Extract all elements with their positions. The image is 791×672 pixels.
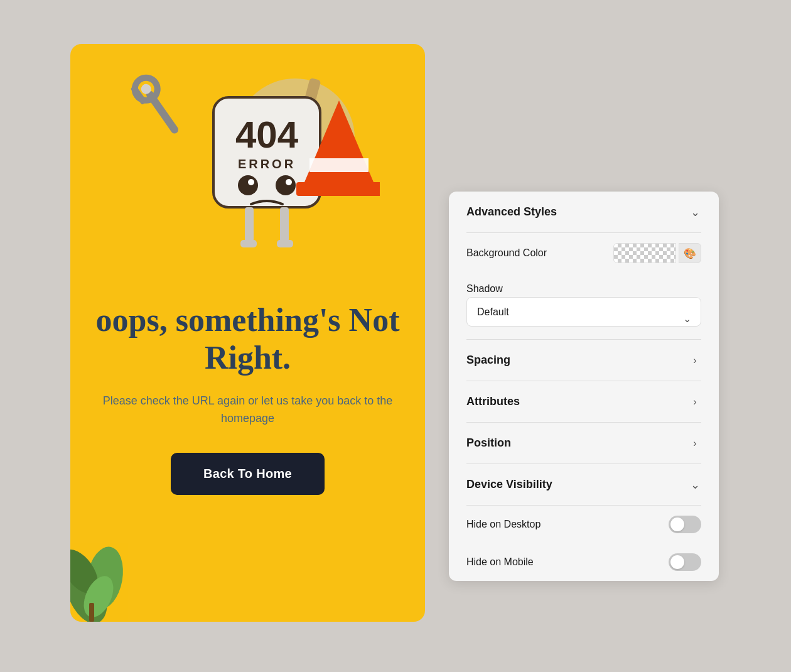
color-picker[interactable]: 🎨	[613, 243, 701, 263]
svg-rect-18	[277, 240, 293, 247]
color-swatch	[613, 243, 676, 263]
attributes-title: Attributes	[466, 395, 520, 408]
advanced-styles-chevron-down-icon: ⌄	[689, 206, 701, 219]
device-visibility-title: Device Visibility	[466, 478, 552, 491]
svg-rect-26	[89, 603, 94, 622]
attributes-header[interactable]: Attributes ›	[449, 381, 719, 422]
device-visibility-chevron-down-icon: ⌄	[689, 479, 701, 491]
error-subtext: Please check the URL again or let us tak…	[70, 392, 425, 428]
left-panel: 404 ERROR	[70, 44, 425, 622]
error-heading: oops, something's Not Right.	[70, 301, 425, 377]
shadow-select[interactable]: Default None Small Medium Large	[466, 297, 701, 327]
advanced-styles-title: Advanced Styles	[466, 205, 557, 219]
background-color-label: Background Color	[466, 247, 547, 259]
background-color-row: Background Color 🎨	[449, 233, 719, 273]
hide-mobile-row: Hide on Mobile	[449, 543, 719, 581]
shadow-row: Shadow	[449, 273, 719, 297]
svg-rect-17	[240, 240, 257, 247]
device-visibility-header[interactable]: Device Visibility ⌄	[449, 464, 719, 505]
hide-mobile-label: Hide on Mobile	[466, 556, 534, 568]
svg-text:404: 404	[235, 114, 298, 156]
svg-rect-16	[280, 207, 289, 242]
svg-point-12	[276, 175, 296, 195]
svg-text:ERROR: ERROR	[237, 157, 295, 171]
svg-rect-21	[296, 182, 380, 196]
hide-desktop-toggle-knob	[670, 518, 684, 531]
svg-point-13	[248, 179, 254, 185]
hide-mobile-toggle-knob	[670, 555, 684, 569]
shadow-dropdown-wrapper: Default None Small Medium Large ⌄	[449, 297, 719, 339]
hide-mobile-toggle[interactable]	[669, 553, 701, 571]
svg-point-11	[238, 175, 258, 195]
spacing-chevron-right-icon: ›	[689, 354, 701, 367]
shadow-label: Shadow	[466, 283, 503, 295]
spacing-title: Spacing	[466, 354, 510, 367]
robot-illustration: 404 ERROR	[116, 63, 380, 295]
settings-panel: Advanced Styles ⌄ Background Color 🎨 Sha…	[449, 192, 719, 581]
position-chevron-right-icon: ›	[689, 437, 701, 450]
back-home-button[interactable]: Back To Home	[171, 453, 325, 495]
plant-decoration	[70, 509, 139, 622]
hide-desktop-toggle[interactable]	[669, 516, 701, 533]
hide-desktop-label: Hide on Desktop	[466, 519, 541, 530]
position-title: Position	[466, 436, 511, 450]
svg-point-14	[286, 179, 292, 185]
spacing-header[interactable]: Spacing ›	[449, 340, 719, 381]
attributes-chevron-right-icon: ›	[689, 396, 701, 408]
svg-rect-20	[309, 158, 369, 172]
advanced-styles-header[interactable]: Advanced Styles ⌄	[449, 192, 719, 232]
color-picker-button[interactable]: 🎨	[679, 243, 701, 263]
hide-desktop-row: Hide on Desktop	[449, 506, 719, 543]
svg-rect-15	[245, 207, 254, 242]
position-header[interactable]: Position ›	[449, 423, 719, 463]
